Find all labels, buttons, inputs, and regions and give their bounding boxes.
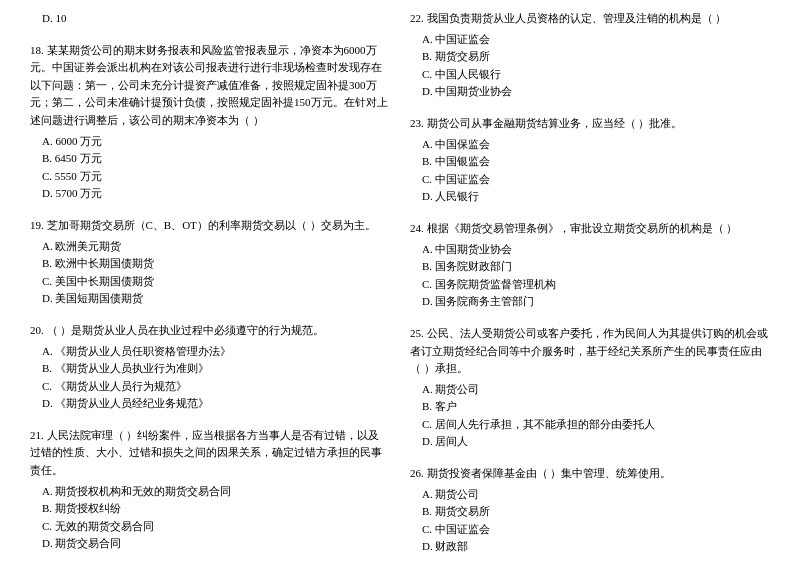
q19-option-c: C. 美国中长期国债期货 [30, 273, 390, 291]
q24-option-b: B. 国务院财政部门 [410, 258, 770, 276]
q25-option-a: A. 期货公司 [410, 381, 770, 399]
question-25-text: 25. 公民、法人受期货公司或客户委托，作为民间人为其提供订购的机会或者订立期货… [410, 325, 770, 378]
question-d10: D. 10 [30, 10, 390, 28]
q23-option-a: A. 中国保监会 [410, 136, 770, 154]
question-26: 26. 期货投资者保障基金由（ ）集中管理、统筹使用。 A. 期货公司 B. 期… [410, 465, 770, 556]
q20-option-c: C. 《期货从业人员行为规范》 [30, 378, 390, 396]
q18-option-c: C. 5550 万元 [30, 168, 390, 186]
question-18-text: 18. 某某期货公司的期末财务报表和风险监管报表显示，净资本为6000万元。中国… [30, 42, 390, 130]
left-column: D. 10 18. 某某期货公司的期末财务报表和风险监管报表显示，净资本为600… [30, 10, 390, 562]
right-column: 22. 我国负责期货从业人员资格的认定、管理及注销的机构是（ ） A. 中国证监… [410, 10, 770, 562]
question-22: 22. 我国负责期货从业人员资格的认定、管理及注销的机构是（ ） A. 中国证监… [410, 10, 770, 101]
q23-option-c: C. 中国证监会 [410, 171, 770, 189]
question-26-text: 26. 期货投资者保障基金由（ ）集中管理、统筹使用。 [410, 465, 770, 483]
question-24: 24. 根据《期货交易管理条例》，审批设立期货交易所的机构是（ ） A. 中国期… [410, 220, 770, 311]
question-21-text: 21. 人民法院审理（ ）纠纷案件，应当根据各方当事人是否有过错，以及过错的性质… [30, 427, 390, 480]
q26-option-d: D. 财政部 [410, 538, 770, 556]
q21-option-a: A. 期货授权机构和无效的期货交易合同 [30, 483, 390, 501]
q20-option-a: A. 《期货从业人员任职资格管理办法》 [30, 343, 390, 361]
question-20: 20. （ ）是期货从业人员在执业过程中必须遵守的行为规范。 A. 《期货从业人… [30, 322, 390, 413]
q26-option-c: C. 中国证监会 [410, 521, 770, 539]
q26-option-a: A. 期货公司 [410, 486, 770, 504]
question-22-text: 22. 我国负责期货从业人员资格的认定、管理及注销的机构是（ ） [410, 10, 770, 28]
q21-option-d: D. 期货交易合同 [30, 535, 390, 553]
q21-option-c: C. 无效的期货交易合同 [30, 518, 390, 536]
question-23-text: 23. 期货公司从事金融期货结算业务，应当经（ ）批准。 [410, 115, 770, 133]
q22-option-a: A. 中国证监会 [410, 31, 770, 49]
option-d10: D. 10 [30, 10, 390, 28]
q24-option-d: D. 国务院商务主管部门 [410, 293, 770, 311]
q23-option-d: D. 人民银行 [410, 188, 770, 206]
q18-option-a: A. 6000 万元 [30, 133, 390, 151]
question-23: 23. 期货公司从事金融期货结算业务，应当经（ ）批准。 A. 中国保监会 B.… [410, 115, 770, 206]
q19-option-b: B. 欧洲中长期国债期货 [30, 255, 390, 273]
q22-option-c: C. 中国人民银行 [410, 66, 770, 84]
q24-option-c: C. 国务院期货监督管理机构 [410, 276, 770, 294]
q24-option-a: A. 中国期货业协会 [410, 241, 770, 259]
q18-option-b: B. 6450 万元 [30, 150, 390, 168]
q19-option-d: D. 美国短期国债期货 [30, 290, 390, 308]
question-21: 21. 人民法院审理（ ）纠纷案件，应当根据各方当事人是否有过错，以及过错的性质… [30, 427, 390, 553]
q19-option-a: A. 欧洲美元期货 [30, 238, 390, 256]
q25-option-b: B. 客户 [410, 398, 770, 416]
q25-option-d: D. 居间人 [410, 433, 770, 451]
q25-option-c: C. 居间人先行承担，其不能承担的部分由委托人 [410, 416, 770, 434]
q22-option-b: B. 期货交易所 [410, 48, 770, 66]
question-20-text: 20. （ ）是期货从业人员在执业过程中必须遵守的行为规范。 [30, 322, 390, 340]
q21-option-b: B. 期货授权纠纷 [30, 500, 390, 518]
question-25: 25. 公民、法人受期货公司或客户委托，作为民间人为其提供订购的机会或者订立期货… [410, 325, 770, 451]
page-container: D. 10 18. 某某期货公司的期末财务报表和风险监管报表显示，净资本为600… [30, 10, 770, 562]
q18-option-d: D. 5700 万元 [30, 185, 390, 203]
q22-option-d: D. 中国期货业协会 [410, 83, 770, 101]
q23-option-b: B. 中国银监会 [410, 153, 770, 171]
q20-option-b: B. 《期货从业人员执业行为准则》 [30, 360, 390, 378]
q26-option-b: B. 期货交易所 [410, 503, 770, 521]
q20-option-d: D. 《期货从业人员经纪业务规范》 [30, 395, 390, 413]
question-19-text: 19. 芝加哥期货交易所（C、B、OT）的利率期货交易以（ ）交易为主。 [30, 217, 390, 235]
question-24-text: 24. 根据《期货交易管理条例》，审批设立期货交易所的机构是（ ） [410, 220, 770, 238]
question-19: 19. 芝加哥期货交易所（C、B、OT）的利率期货交易以（ ）交易为主。 A. … [30, 217, 390, 308]
question-18: 18. 某某期货公司的期末财务报表和风险监管报表显示，净资本为6000万元。中国… [30, 42, 390, 203]
